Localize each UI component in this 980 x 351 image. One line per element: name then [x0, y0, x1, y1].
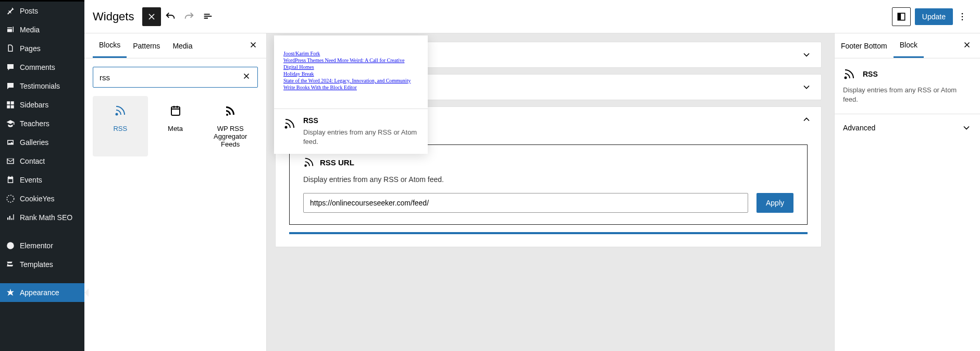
settings-advanced-label: Advanced	[843, 124, 875, 132]
redo-button[interactable]	[180, 7, 199, 26]
block-appender[interactable]	[289, 232, 808, 234]
sidebar-item-label: Galleries	[20, 138, 48, 147]
preview-desc: Display entries from any RSS or Atom fee…	[303, 128, 418, 147]
block-result-rss[interactable]: RSS	[93, 96, 148, 156]
settings-panel: Footer Bottom Block RSS Display entries …	[834, 33, 980, 351]
svg-point-5	[962, 16, 963, 17]
sidebar-item-sidebars[interactable]: Sidebars	[0, 95, 84, 114]
inserter-close-button[interactable]	[249, 40, 258, 52]
editor-canvas[interactable]: Joost/Karim Fork WordPress Themes Need M…	[267, 33, 834, 351]
elementor-icon	[5, 240, 16, 251]
document-overview-button[interactable]	[199, 7, 217, 26]
preview-link: Holiday Break	[283, 70, 418, 77]
templates-icon	[5, 259, 16, 270]
rss-icon	[283, 117, 296, 132]
events-icon	[5, 175, 16, 185]
sidebar-item-posts[interactable]: Posts	[0, 2, 84, 20]
sidebar-item-label: Teachers	[20, 119, 49, 128]
editor-topbar: Widgets Update	[84, 0, 980, 33]
sidebar-item-label: Events	[20, 176, 42, 184]
sidebar-item-seo[interactable]: Rank Math SEO	[0, 208, 84, 227]
block-search-box	[93, 67, 258, 88]
sidebar-item-label: Rank Math SEO	[20, 213, 72, 222]
sidebar-item-testimonials[interactable]: Testimonials	[0, 77, 84, 95]
rss-icon	[224, 104, 237, 118]
page-title: Widgets	[93, 10, 134, 23]
svg-point-11	[845, 77, 847, 79]
tab-footer-bottom[interactable]: Footer Bottom	[835, 34, 894, 57]
svg-rect-8	[171, 107, 180, 115]
sidebar-item-templates[interactable]: Templates	[0, 255, 84, 274]
seo-icon	[5, 212, 16, 223]
settings-tabs: Footer Bottom Block	[835, 33, 980, 58]
sidebar-item-events[interactable]: Events	[0, 171, 84, 189]
rss-icon	[303, 156, 315, 168]
preview-link: WordPress Themes Need More Weird: A Call…	[283, 57, 418, 70]
block-result-wprss[interactable]: WP RSS Aggregator Feeds	[203, 96, 258, 156]
sidebar-item-label: Posts	[20, 7, 38, 15]
sidebar-item-label: Elementor	[20, 241, 53, 250]
block-result-label: Meta	[168, 125, 183, 132]
settings-close-button[interactable]	[958, 36, 976, 56]
rss-icon	[843, 68, 855, 80]
rss-block-header: RSS URL	[303, 156, 793, 168]
inserter-tabs: Blocks Patterns Media	[84, 33, 266, 58]
update-button[interactable]: Update	[915, 8, 953, 25]
sidebar-item-label: Testimonials	[20, 82, 60, 90]
clear-search-button[interactable]	[242, 71, 251, 83]
sidebar-item-label: Pages	[20, 44, 41, 53]
tab-media[interactable]: Media	[166, 34, 199, 57]
sidebar-item-appearance[interactable]: Appearance	[0, 283, 84, 302]
svg-rect-3	[898, 13, 901, 20]
undo-button[interactable]	[161, 7, 180, 26]
block-result-meta[interactable]: Meta	[148, 96, 203, 156]
sidebar-item-media[interactable]: Media	[0, 20, 84, 39]
svg-point-4	[962, 13, 963, 14]
pages-icon	[5, 43, 16, 54]
options-button[interactable]	[953, 7, 972, 26]
contact-icon	[5, 156, 16, 166]
apply-button[interactable]: Apply	[756, 193, 793, 213]
settings-block-card: RSS Display entries from any RSS or Atom…	[835, 58, 980, 114]
sidebar-item-galleries[interactable]: Galleries	[0, 133, 84, 152]
block-inserter-panel: Blocks Patterns Media RSS Meta	[84, 33, 267, 351]
chevron-up-icon	[801, 114, 812, 125]
sidebar-item-comments[interactable]: Comments	[0, 58, 84, 77]
preview-link: Joost/Karim Fork	[283, 50, 418, 57]
svg-point-1	[7, 242, 14, 249]
sidebars-icon	[5, 100, 16, 110]
preview-meta: RSS Display entries from any RSS or Atom…	[274, 108, 428, 154]
chevron-down-icon	[801, 82, 812, 92]
block-search-input[interactable]	[100, 73, 242, 82]
tab-block[interactable]: Block	[894, 33, 924, 58]
calendar-icon	[169, 104, 182, 118]
svg-point-0	[7, 195, 14, 202]
block-result-label: WP RSS Aggregator Feeds	[207, 125, 254, 148]
tab-blocks[interactable]: Blocks	[93, 33, 127, 58]
cookieyes-icon	[5, 193, 16, 204]
sidebar-item-pages[interactable]: Pages	[0, 39, 84, 58]
settings-block-desc: Display entries from any RSS or Atom fee…	[843, 86, 972, 104]
close-inserter-button[interactable]	[142, 7, 161, 26]
preview-title: RSS	[303, 116, 418, 125]
settings-advanced-toggle[interactable]: Advanced	[835, 114, 980, 141]
sidebar-item-contact[interactable]: Contact	[0, 152, 84, 171]
svg-point-6	[962, 19, 963, 20]
tab-patterns[interactable]: Patterns	[127, 34, 166, 57]
sidebar-item-teachers[interactable]: Teachers	[0, 114, 84, 133]
editor-main: Widgets Update Blocks Patterns Media	[84, 0, 980, 351]
sidebar-item-elementor[interactable]: Elementor	[0, 236, 84, 255]
sidebar-item-label: Contact	[20, 157, 45, 165]
appearance-icon	[5, 287, 16, 298]
svg-point-10	[305, 165, 306, 166]
rss-url-input[interactable]	[303, 193, 748, 213]
sidebar-item-label: CookieYes	[20, 195, 54, 203]
sidebar-item-cookieyes[interactable]: CookieYes	[0, 189, 84, 208]
galleries-icon	[5, 137, 16, 148]
media-icon	[5, 25, 16, 35]
pin-icon	[5, 6, 16, 16]
rss-block-placeholder[interactable]: RSS URL Display entries from any RSS or …	[289, 144, 808, 225]
settings-toggle-button[interactable]	[892, 7, 911, 26]
sidebar-item-label: Comments	[20, 63, 55, 71]
sidebar-item-label: Sidebars	[20, 101, 48, 109]
